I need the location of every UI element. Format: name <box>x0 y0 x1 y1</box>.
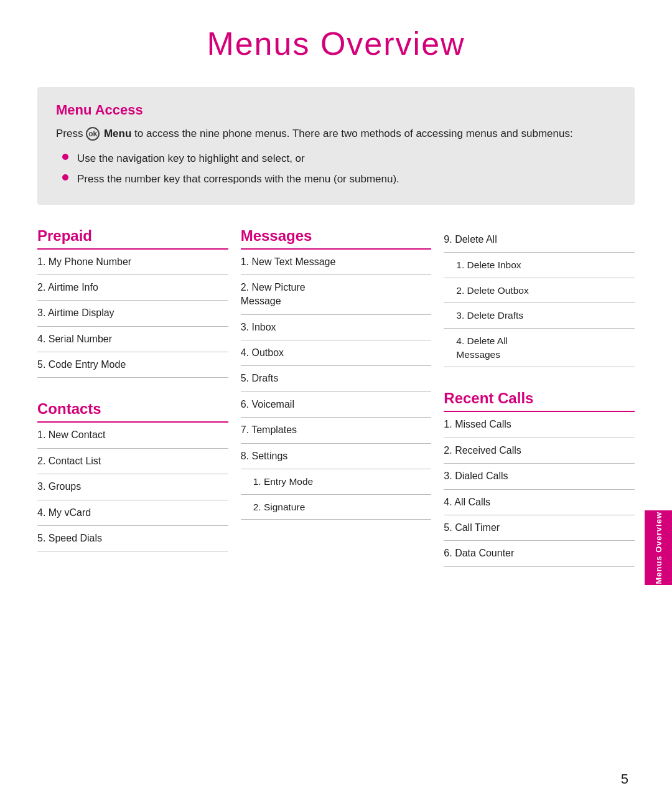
prepaid-item-2: 2. Airtime Info <box>37 275 228 301</box>
contacts-item-1: 1. New Contact <box>37 423 228 448</box>
bullet-dot-1 <box>62 154 68 160</box>
col-1: Prepaid 1. My Phone Number 2. Airtime In… <box>37 227 241 567</box>
messages-item-5: 5. Drafts <box>241 366 432 391</box>
messages-item-8-2: 2. Signature <box>241 495 432 520</box>
delete-all-section: 9. Delete All 1. Delete Inbox 2. Delete … <box>444 227 635 368</box>
prepaid-item-5: 5. Code Entry Mode <box>37 352 228 378</box>
recent-calls-item-3: 3. Dialed Calls <box>444 464 635 489</box>
menu-access-title: Menu Access <box>56 102 616 118</box>
messages-item-1: 1. New Text Message <box>241 250 432 275</box>
messages-item-6: 6. Voicemail <box>241 392 432 418</box>
bullet-item-1: Use the navigation key to highlight and … <box>62 151 616 167</box>
page-title: Menus Overview <box>37 25 635 62</box>
contacts-item-4: 4. My vCard <box>37 500 228 526</box>
delete-item-2: 2. Delete Outbox <box>444 278 635 304</box>
contacts-item-3: 3. Groups <box>37 474 228 500</box>
side-tab: Menus Overview <box>645 510 672 585</box>
contacts-item-2: 2. Contact List <box>37 449 228 474</box>
delete-item-3: 3. Delete Drafts <box>444 303 635 329</box>
prepaid-section: Prepaid 1. My Phone Number 2. Airtime In… <box>37 227 228 378</box>
delete-item-4: 4. Delete AllMessages <box>444 329 635 367</box>
messages-item-2: 2. New PictureMessage <box>241 275 432 315</box>
recent-calls-item-1: 1. Missed Calls <box>444 412 635 438</box>
recent-calls-item-4: 4. All Calls <box>444 490 635 515</box>
side-tab-text: Menus Overview <box>654 512 663 584</box>
contacts-title: Contacts <box>37 400 228 423</box>
messages-item-3: 3. Inbox <box>241 315 432 340</box>
messages-section: Messages 1. New Text Message 2. New Pict… <box>241 227 432 520</box>
delete-all-header: 9. Delete All <box>444 227 635 253</box>
messages-item-4: 4. Outbox <box>241 340 432 366</box>
messages-item-7: 7. Templates <box>241 418 432 443</box>
prepaid-item-3: 3. Airtime Display <box>37 301 228 326</box>
page-number: 5 <box>621 771 628 787</box>
recent-calls-section: Recent Calls 1. Missed Calls 2. Received… <box>444 390 635 566</box>
recent-calls-item-5: 5. Call Timer <box>444 515 635 541</box>
col-3: 9. Delete All 1. Delete Inbox 2. Delete … <box>444 227 635 567</box>
col-2: Messages 1. New Text Message 2. New Pict… <box>241 227 444 567</box>
bullet-text-1: Use the navigation key to highlight and … <box>77 151 305 167</box>
bullet-list: Use the navigation key to highlight and … <box>56 151 616 187</box>
contacts-item-5: 5. Speed Dials <box>37 526 228 551</box>
menu-access-description: Press ok Menu to access the nine phone m… <box>56 126 616 142</box>
prepaid-item-1: 1. My Phone Number <box>37 250 228 275</box>
ok-icon: ok <box>86 127 100 141</box>
messages-item-8-1: 1. Entry Mode <box>241 469 432 495</box>
prepaid-item-4: 4. Serial Number <box>37 327 228 352</box>
menu-access-box: Menu Access Press ok Menu to access the … <box>37 87 635 205</box>
recent-calls-title: Recent Calls <box>444 390 635 412</box>
columns-area: Prepaid 1. My Phone Number 2. Airtime In… <box>37 227 635 567</box>
bullet-dot-2 <box>62 174 68 180</box>
delete-item-1: 1. Delete Inbox <box>444 253 635 278</box>
recent-calls-item-6: 6. Data Counter <box>444 541 635 566</box>
recent-calls-item-2: 2. Received Calls <box>444 438 635 464</box>
prepaid-title: Prepaid <box>37 227 228 250</box>
bullet-text-2: Press the number key that corresponds wi… <box>77 171 399 187</box>
messages-title: Messages <box>241 227 432 250</box>
messages-item-8: 8. Settings <box>241 444 432 469</box>
bullet-item-2: Press the number key that corresponds wi… <box>62 171 616 187</box>
contacts-section: Contacts 1. New Contact 2. Contact List … <box>37 400 228 551</box>
